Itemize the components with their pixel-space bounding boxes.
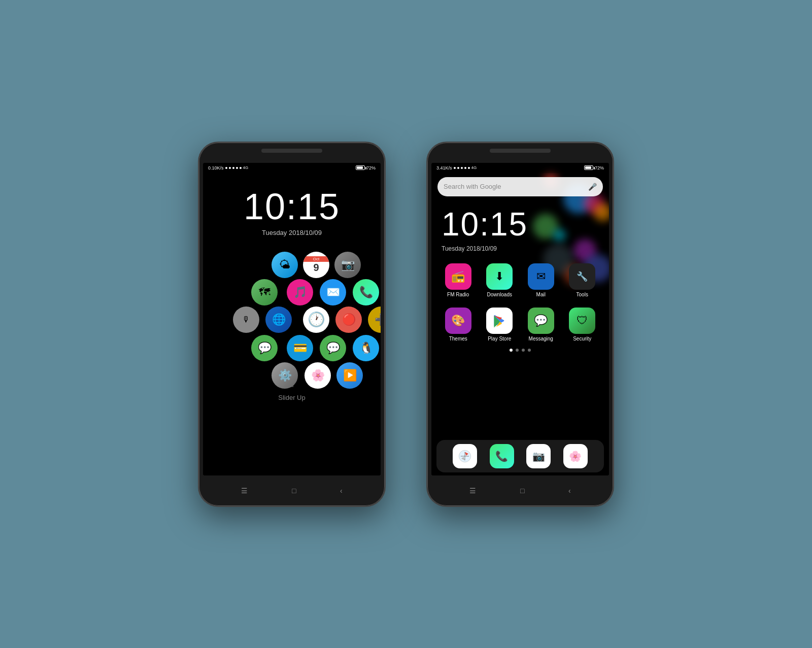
r-back-icon[interactable]: ‹: [568, 487, 571, 495]
dock-phone[interactable]: 📞: [490, 444, 514, 468]
app-play-store[interactable]: Play Store: [481, 308, 519, 342]
page-dots: [431, 349, 609, 352]
app-mail-home[interactable]: ✉ Mail: [522, 263, 560, 297]
app-themes[interactable]: 🎨 Themes: [439, 308, 477, 342]
status-left: 0.10K/s 4G: [208, 165, 248, 170]
app-messaging[interactable]: 💬 Messaging: [522, 308, 560, 342]
app-weather[interactable]: 🌤: [272, 252, 298, 278]
app-fm-radio[interactable]: 📻 FM Radio: [439, 263, 477, 297]
home-screen: 3.41K/s 4G 72% Search with Google 🎤 10:1…: [431, 163, 609, 475]
mail-icon: ✉: [528, 263, 554, 290]
page-dot-1[interactable]: [510, 349, 513, 352]
app-video[interactable]: ▶️: [336, 362, 363, 389]
app-clock[interactable]: 🕐: [303, 306, 329, 333]
dock: 📞 📷 🌸: [436, 440, 604, 472]
security-label: Security: [573, 336, 591, 342]
r-status-left: 3.41K/s 4G: [436, 165, 477, 170]
app-messages[interactable]: 💬: [320, 335, 346, 361]
fm-radio-label: FM Radio: [447, 292, 469, 297]
right-bottom-bar: ☰ □ ‹: [427, 475, 613, 506]
downloads-icon: ⬇: [486, 263, 513, 290]
battery-text: 72%: [366, 165, 376, 170]
right-screen: 3.41K/s 4G 72% Search with Google 🎤 10:1…: [431, 163, 609, 475]
r-menu-icon[interactable]: ☰: [469, 487, 476, 495]
r-battery-text: 72%: [595, 165, 604, 170]
tools-icon: 🔧: [569, 263, 595, 290]
app-maps[interactable]: 🗺: [251, 279, 278, 305]
lock-date: Tuesday 2018/10/09: [203, 229, 381, 236]
network-text: 4G: [243, 165, 249, 170]
downloads-label: Downloads: [487, 292, 512, 297]
play-store-icon: [486, 308, 513, 334]
slider-up-text: Slider Up: [203, 394, 381, 401]
right-status-bar: 3.41K/s 4G 72%: [431, 163, 609, 173]
messaging-label: Messaging: [529, 336, 553, 342]
r-home-icon[interactable]: □: [520, 487, 524, 495]
play-store-label: Play Store: [488, 336, 511, 342]
page-dot-2[interactable]: [516, 349, 519, 352]
app-globe[interactable]: 🌐: [265, 306, 292, 333]
home-time: 10:15: [442, 206, 599, 243]
app-siri[interactable]: 🎙: [233, 306, 259, 333]
app-security[interactable]: 🛡 Security: [564, 308, 601, 342]
fm-radio-icon: 📻: [445, 263, 471, 290]
lock-time: 10:15: [203, 188, 381, 225]
app-weibo[interactable]: 🔴: [335, 306, 362, 333]
app-mail-lock[interactable]: ✉️: [320, 279, 346, 305]
r-status-right: 72%: [584, 165, 604, 170]
mic-icon[interactable]: 🎤: [588, 183, 597, 191]
search-text: Search with Google: [444, 183, 584, 190]
r-network-text: 4G: [471, 165, 477, 170]
right-phone: 3.41K/s 4G 72% Search with Google 🎤 10:1…: [426, 142, 614, 507]
app-settings[interactable]: ⚙️: [272, 362, 298, 389]
back-icon[interactable]: ‹: [340, 487, 343, 495]
app-downloads[interactable]: ⬇ Downloads: [481, 263, 519, 297]
themes-icon: 🎨: [445, 308, 471, 334]
dock-safari[interactable]: [453, 444, 477, 468]
themes-label: Themes: [449, 336, 467, 342]
security-icon: 🛡: [569, 308, 595, 334]
left-screen: 0.10K/s 4G 72% 10:15 Tuesday 2018/10/09 …: [203, 163, 381, 475]
battery-icon: [356, 165, 365, 170]
home-icon[interactable]: □: [292, 487, 296, 495]
messaging-icon: 💬: [528, 308, 554, 334]
r-speed-text: 3.41K/s: [436, 165, 452, 170]
dock-photos[interactable]: 🌸: [563, 444, 588, 468]
app-alipay[interactable]: 💳: [287, 335, 313, 361]
speed-text: 0.10K/s: [208, 165, 224, 170]
mail-label: Mail: [536, 292, 546, 297]
tools-label: Tools: [577, 292, 588, 297]
app-phone-lock[interactable]: 📞: [353, 279, 379, 305]
app-music[interactable]: 🎵: [287, 279, 313, 305]
page-dot-4[interactable]: [528, 349, 531, 352]
left-bottom-bar: ☰ □ ‹: [199, 475, 385, 506]
left-phone: 0.10K/s 4G 72% 10:15 Tuesday 2018/10/09 …: [198, 142, 386, 507]
app-photos-lock[interactable]: 🌸: [304, 362, 331, 389]
left-status-bar: 0.10K/s 4G 72%: [203, 163, 381, 173]
menu-icon[interactable]: ☰: [241, 487, 248, 495]
page-dot-3[interactable]: [522, 349, 525, 352]
apps-row2: 🎨 Themes Play Stor: [431, 302, 609, 347]
dock-camera[interactable]: 📷: [526, 444, 551, 468]
apps-circle: 🌤 Oct 9 📷 🗺 🎵 ✉️ 📞 🎙 🌐: [226, 247, 358, 379]
r-battery-icon: [584, 165, 593, 170]
app-tools[interactable]: 🔧 Tools: [564, 263, 601, 297]
app-calendar[interactable]: Oct 9: [303, 252, 329, 278]
app-wechat[interactable]: 💬: [251, 335, 278, 361]
app-camera[interactable]: 📷: [334, 252, 361, 278]
home-date: Tuesday 2018/10/09: [442, 245, 599, 252]
app-qq[interactable]: 🐧: [353, 335, 379, 361]
status-right: 72%: [356, 165, 376, 170]
app-more[interactable]: ➕: [368, 306, 381, 333]
home-content: 3.41K/s 4G 72% Search with Google 🎤 10:1…: [431, 163, 609, 475]
lock-screen: 0.10K/s 4G 72% 10:15 Tuesday 2018/10/09 …: [203, 163, 381, 475]
search-bar[interactable]: Search with Google 🎤: [437, 177, 603, 196]
apps-row1: 📻 FM Radio ⬇ Downloads ✉ Mail: [431, 258, 609, 302]
